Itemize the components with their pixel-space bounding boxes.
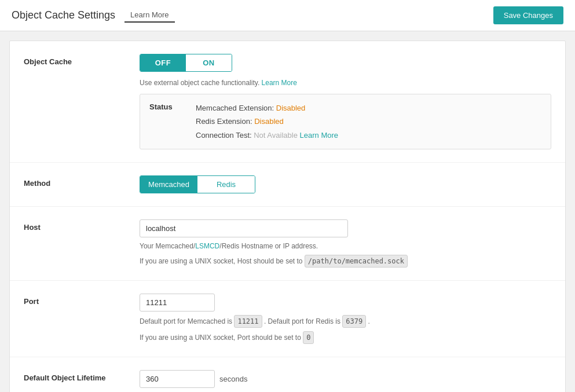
memcached-status-line: Memcached Extension: Disabled — [196, 101, 338, 115]
toggle-on-button[interactable]: ON — [186, 54, 232, 71]
status-lines: Memcached Extension: Disabled Redis Exte… — [196, 101, 338, 142]
host-help2: If you are using a UNIX socket, Host sho… — [140, 255, 551, 268]
lifetime-input[interactable] — [140, 370, 215, 388]
host-code-badge: /path/to/memcached.sock — [305, 255, 408, 268]
method-memcached-button[interactable]: Memcached — [140, 176, 197, 193]
host-input[interactable] — [140, 219, 348, 237]
page-header: Object Cache Settings Learn More Save Ch… — [0, 0, 575, 31]
settings-section: Object Cache OFF ON Use external object … — [9, 41, 566, 392]
lifetime-label: Default Object Lifetime — [24, 370, 140, 382]
object-cache-learn-more-link[interactable]: Learn More — [262, 79, 297, 87]
redis-status-value: Disabled — [254, 117, 284, 126]
toggle-off-button[interactable]: OFF — [140, 54, 186, 71]
redis-port-badge: 6379 — [342, 315, 366, 328]
unix-port-badge: 0 — [303, 331, 314, 344]
port-input[interactable] — [140, 294, 215, 312]
port-row: Port Default port for Memcached is 11211… — [10, 281, 565, 357]
object-cache-content: OFF ON Use external object cache functio… — [140, 54, 551, 149]
lifetime-row: Default Object Lifetime seconds Default … — [10, 357, 565, 392]
status-label: Status — [149, 101, 184, 111]
port-label: Port — [24, 294, 140, 306]
method-row: Method Memcached Redis — [10, 163, 565, 207]
connection-learn-more-link[interactable]: Learn More — [300, 131, 338, 140]
save-button[interactable]: Save Changes — [493, 6, 563, 24]
status-box: Status Memcached Extension: Disabled Red… — [140, 94, 551, 149]
method-redis-button[interactable]: Redis — [197, 176, 255, 193]
connection-test-value: Not Available — [254, 131, 298, 140]
header-learn-more-link[interactable]: Learn More — [124, 8, 174, 23]
header-left: Object Cache Settings Learn More — [12, 8, 175, 23]
object-cache-label: Object Cache — [24, 54, 140, 66]
host-content: Your Memcached/LSMCD/Redis Hostname or I… — [140, 219, 551, 268]
method-content: Memcached Redis — [140, 175, 551, 193]
connection-test-line: Connection Test: Not Available Learn Mor… — [196, 129, 338, 142]
object-cache-row: Object Cache OFF ON Use external object … — [10, 41, 565, 163]
lsmcd-link[interactable]: LSMCD — [195, 242, 219, 250]
content-area: Object Cache OFF ON Use external object … — [0, 41, 575, 392]
port-content: Default port for Memcached is 11211 . De… — [140, 294, 551, 344]
method-toggle-group: Memcached Redis — [140, 175, 255, 193]
object-cache-help: Use external object cache functionality.… — [140, 78, 551, 88]
host-label: Host — [24, 219, 140, 232]
lifetime-content: seconds Default TTL for cached objects. — [140, 370, 551, 392]
host-row: Host Your Memcached/LSMCD/Redis Hostname… — [10, 207, 565, 281]
memcached-port-badge: 11211 — [234, 315, 262, 328]
redis-status-line: Redis Extension: Disabled — [196, 115, 338, 128]
port-help1: Default port for Memcached is 11211 . De… — [140, 315, 551, 328]
host-help1: Your Memcached/LSMCD/Redis Hostname or I… — [140, 241, 551, 251]
lifetime-unit: seconds — [219, 375, 247, 383]
memcached-status-value: Disabled — [276, 104, 306, 112]
object-cache-toggle-group: OFF ON — [140, 54, 232, 72]
lifetime-input-group: seconds — [140, 370, 551, 388]
port-help2: If you are using a UNIX socket, Port sho… — [140, 331, 551, 344]
page-title: Object Cache Settings — [12, 9, 115, 21]
method-label: Method — [24, 175, 140, 188]
